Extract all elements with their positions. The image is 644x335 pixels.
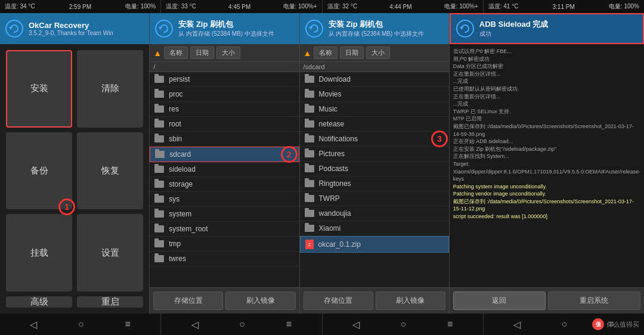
file-name: wandoujia (319, 209, 351, 218)
menu-icon-3[interactable]: ≡ (447, 319, 453, 330)
reboot-button[interactable]: 重启 (77, 296, 143, 308)
panel4-icon (456, 19, 475, 38)
advanced-button[interactable]: 高级 (6, 296, 72, 308)
time-3: 4:44 PM (389, 4, 411, 10)
wipe-button[interactable]: 清除 (77, 50, 143, 128)
panel2-flash-btn[interactable]: 刷入镜像 (225, 291, 295, 310)
home-icon-1[interactable]: ○ (78, 319, 84, 330)
panel2-file-9[interactable]: system (150, 207, 299, 222)
panel3-file-9[interactable]: wandoujia (300, 206, 449, 221)
panel3-file-5[interactable]: Pictures (300, 147, 449, 162)
panels: OkCar Recovery 3.5.2_9-0, Thanks for Tea… (0, 13, 644, 314)
panel2-file-6[interactable]: sideload (150, 162, 299, 177)
panel2-icon (154, 19, 174, 38)
log-line-6: 正在重新分区详情... (453, 93, 640, 101)
panel4-subtitle: 成功 (479, 30, 549, 38)
install-button[interactable]: 安装 (6, 50, 72, 128)
panel2-file-12[interactable]: twres (150, 252, 299, 266)
file-name: Ringtones (319, 179, 351, 188)
panel1-title: OkCar Recovery (29, 21, 113, 30)
file-name: Podcasts (319, 165, 348, 173)
time-4: 3:11 PM (553, 4, 575, 10)
up-arrow-3[interactable]: ▲ (304, 48, 312, 58)
panel2-storage-btn[interactable]: 存储位置 (153, 291, 223, 310)
home-icon-4[interactable]: ○ (562, 319, 568, 330)
panel3-file-2[interactable]: Music (300, 102, 449, 117)
panel2-file-list[interactable]: persistprocresrootsbinsdcard2sideloadsto… (150, 72, 299, 287)
panel2-file-5[interactable]: sdcard2 (150, 147, 299, 162)
sort-date-3[interactable]: 日期 (340, 46, 364, 59)
restore-button[interactable]: 恢复 (77, 132, 143, 210)
file-name: Notifications (319, 135, 358, 143)
panel2-file-4[interactable]: sbin (150, 132, 299, 147)
panel2-file-2[interactable]: res (150, 102, 299, 117)
folder-icon (154, 166, 164, 173)
file-name: storage (169, 180, 193, 188)
settings-button[interactable]: 设置 (77, 214, 143, 291)
back-icon-3[interactable]: ◁ (352, 319, 360, 330)
battery-4: 电量: 100% (609, 2, 639, 11)
folder-icon (305, 195, 314, 202)
panel3-file-list[interactable]: DownloadMoviesMusicneteaseNotifications3… (300, 72, 449, 287)
panel3-file-3[interactable]: netease (300, 117, 449, 132)
panel3-file-4[interactable]: Notifications3 (300, 132, 449, 147)
file-name: Pictures (319, 150, 345, 158)
panel3-flash-btn[interactable]: 刷入镜像 (376, 291, 445, 310)
file-name: root (169, 120, 181, 128)
svg-point-6 (457, 20, 473, 37)
menu-icon-1[interactable]: ≡ (125, 319, 131, 330)
sort-name-2[interactable]: 名称 (164, 46, 188, 59)
back-icon-1[interactable]: ◁ (30, 319, 37, 330)
sort-name-3[interactable]: 名称 (314, 46, 338, 59)
panel3-file-6[interactable]: Podcasts (300, 162, 449, 176)
home-icon-2[interactable]: ○ (239, 319, 245, 330)
folder-icon (305, 135, 314, 142)
home-icon-3[interactable]: ○ (401, 319, 407, 330)
backup-button[interactable]: 备份 (6, 132, 72, 210)
panel2-file-8[interactable]: sys (150, 192, 299, 207)
folder-icon (154, 120, 164, 128)
panel2-file-11[interactable]: tmp (150, 237, 299, 252)
panel2-file-3[interactable]: root (150, 117, 299, 132)
file-name: res (169, 105, 179, 113)
watermark: 值 什么值得买 (592, 318, 639, 330)
file-name: sys (169, 195, 179, 203)
sort-date-2[interactable]: 日期 (190, 46, 214, 59)
panel3-storage-btn[interactable]: 存储位置 (304, 291, 373, 310)
panel1-subtitle: 3.5.2_9-0, Thanks for Team Win (29, 30, 113, 36)
panel3-file-0[interactable]: Download (300, 72, 449, 87)
panel2-file-10[interactable]: system_root (150, 222, 299, 237)
log-line-11: 正在开始 ADB sideload... (453, 138, 640, 145)
panel2-file-1[interactable]: proc (150, 87, 299, 102)
back-icon-2[interactable]: ◁ (191, 319, 199, 330)
battery-2: 电量: 100%+ (283, 2, 317, 11)
back-icon-4[interactable]: ◁ (513, 319, 521, 330)
log-line-0: 尝试以用户0 解密 FBE... (453, 48, 640, 55)
log-line-12: 正在安装 Zip 刷机包"/sideload/package.zip" (453, 145, 640, 153)
time-1: 2:59 PM (69, 4, 91, 10)
panel3-file-8[interactable]: TWRP (300, 191, 449, 206)
folder-icon (305, 120, 314, 128)
status-bar-3: 温度: 32 °C 4:44 PM 电量: 100%+ (323, 0, 484, 13)
up-arrow-2[interactable]: ▲ (153, 48, 162, 58)
panel3-file-11[interactable]: Zokcar_0.1.zip (300, 236, 449, 253)
file-name: sdcard (169, 150, 191, 159)
panel3-path: /sdcard (300, 62, 449, 72)
sort-size-2[interactable]: 大小 (216, 46, 240, 59)
folder-icon (154, 76, 164, 83)
panel3-file-7[interactable]: Ringtones (300, 176, 449, 191)
folder-icon (305, 180, 314, 187)
sort-size-3[interactable]: 大小 (366, 46, 390, 59)
panel4-back-btn[interactable]: 返回 (453, 291, 546, 310)
nav-bar-2: ◁ ○ ≡ (161, 314, 322, 335)
mount-button[interactable]: 挂载 (6, 214, 72, 291)
log-line-15: Patching system image unconditionally. (453, 183, 640, 191)
panel2-file-7[interactable]: storage (150, 177, 299, 192)
menu-icon-2[interactable]: ≡ (286, 319, 292, 330)
panel4-reboot-btn[interactable]: 重启系统 (548, 291, 640, 310)
panel2-file-0[interactable]: persist (150, 72, 299, 87)
file-name: Xiaomi (319, 224, 341, 232)
svg-marker-3 (159, 27, 162, 30)
panel3-file-10[interactable]: Xiaomi (300, 221, 449, 236)
panel3-file-1[interactable]: Movies (300, 87, 449, 102)
